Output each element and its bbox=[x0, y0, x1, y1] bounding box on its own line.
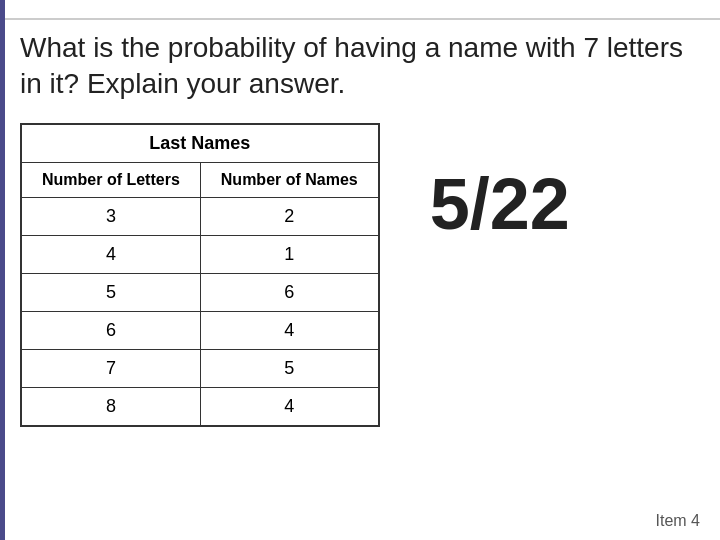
main-content: What is the probability of having a name… bbox=[20, 30, 700, 520]
col2-header: Number of Names bbox=[200, 162, 378, 197]
names-cell: 4 bbox=[200, 387, 378, 426]
table-row: 41 bbox=[21, 235, 379, 273]
names-cell: 6 bbox=[200, 273, 378, 311]
names-cell: 2 bbox=[200, 197, 378, 235]
letters-cell: 7 bbox=[21, 349, 200, 387]
table-row: 64 bbox=[21, 311, 379, 349]
table-row: 56 bbox=[21, 273, 379, 311]
table-row: 75 bbox=[21, 349, 379, 387]
table-row: 32 bbox=[21, 197, 379, 235]
question-text: What is the probability of having a name… bbox=[20, 30, 700, 103]
item-label: Item 4 bbox=[656, 512, 700, 530]
letters-cell: 3 bbox=[21, 197, 200, 235]
letters-cell: 4 bbox=[21, 235, 200, 273]
letters-cell: 6 bbox=[21, 311, 200, 349]
letters-cell: 5 bbox=[21, 273, 200, 311]
left-accent-bar bbox=[0, 0, 5, 540]
names-cell: 1 bbox=[200, 235, 378, 273]
data-table: Last Names Number of Letters Number of N… bbox=[20, 123, 380, 427]
top-divider bbox=[5, 18, 720, 20]
col1-header: Number of Letters bbox=[21, 162, 200, 197]
table-main-header: Last Names bbox=[21, 124, 379, 163]
answer-fraction: 5/22 bbox=[430, 163, 570, 245]
letters-cell: 8 bbox=[21, 387, 200, 426]
names-cell: 4 bbox=[200, 311, 378, 349]
table-row: 84 bbox=[21, 387, 379, 426]
content-area: Last Names Number of Letters Number of N… bbox=[20, 123, 700, 427]
names-cell: 5 bbox=[200, 349, 378, 387]
